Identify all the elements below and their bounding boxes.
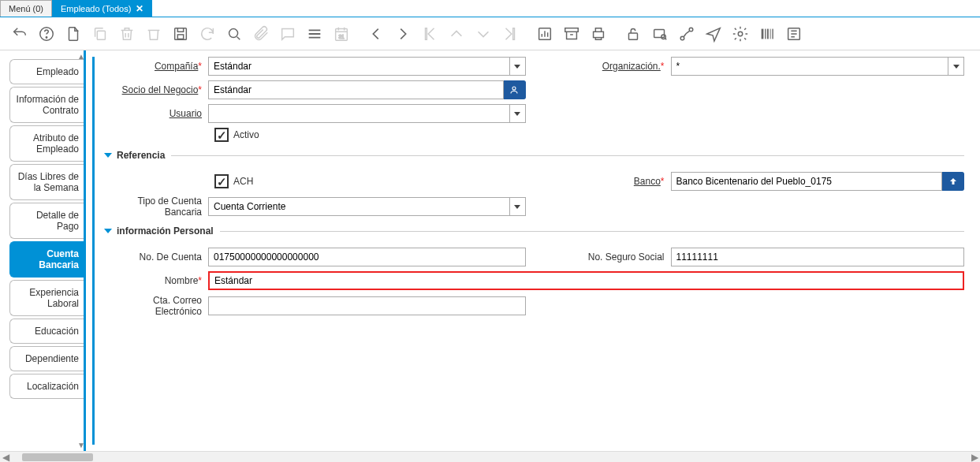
nocuenta-input[interactable] [208, 248, 526, 266]
up-button [443, 20, 470, 47]
svg-point-14 [680, 36, 684, 40]
workflow-button[interactable] [673, 20, 700, 47]
compania-input[interactable] [208, 57, 510, 76]
section-personal-title: información Personal [117, 225, 214, 237]
sidebar-item-educacion[interactable]: Educación [9, 319, 84, 344]
organizacion-label: Organización. [602, 61, 661, 72]
sidebar-item-dias-libres[interactable]: Días Libres de la Semana [9, 164, 84, 200]
print-button[interactable] [585, 20, 612, 47]
socio-input[interactable] [208, 80, 504, 99]
lock-button[interactable] [620, 20, 647, 47]
tab-empleado[interactable]: Empleado (Todos) ✕ [52, 0, 152, 17]
sidebar-item-experiencia[interactable]: Experiencia Laboral [9, 280, 84, 316]
sidebar-item-localizacion[interactable]: Localización [9, 374, 84, 399]
activo-checkbox[interactable] [214, 128, 229, 142]
attach-button [248, 20, 274, 47]
tab-menu[interactable]: Menú (0) [0, 0, 52, 17]
scroll-thumb[interactable] [22, 453, 93, 461]
zoom-button[interactable] [647, 20, 673, 47]
close-icon[interactable]: ✕ [136, 3, 143, 14]
sidebar-item-atributo-empleado[interactable]: Atributo de Empleado [9, 125, 84, 162]
sidebar-item-detalle-pago[interactable]: Detalle de Pago [9, 203, 84, 239]
bottom-scrollbar[interactable]: ◀ ▶ [0, 451, 980, 462]
banco-label: Banco [634, 176, 661, 187]
svg-point-23 [512, 87, 516, 90]
delete-button [114, 20, 140, 47]
section-referencia-title: Referencia [117, 150, 165, 161]
nombre-input[interactable] [208, 271, 964, 290]
banco-lookup-button[interactable] [942, 172, 964, 191]
next-button[interactable] [389, 20, 416, 47]
tipo-label: Tipo de Cuenta Bancaria [137, 196, 202, 218]
organizacion-dropdown-button[interactable] [948, 57, 964, 76]
sidebar-item-info-contrato[interactable]: Información de Contrato [9, 87, 84, 123]
tipo-dropdown-button[interactable] [510, 197, 526, 216]
chat-button [274, 20, 301, 47]
arrow-icon [948, 177, 958, 186]
scroll-left-icon[interactable]: ◀ [0, 452, 11, 463]
svg-rect-19 [767, 28, 769, 39]
ach-label: ACH [233, 176, 253, 187]
socio-lookup-button[interactable] [504, 80, 526, 99]
nocuenta-label: No. De Cuenta [140, 251, 202, 263]
compania-label: Compañía [155, 61, 198, 72]
sidebar-item-empleado[interactable]: Empleado [9, 59, 84, 84]
correo-input[interactable] [208, 296, 526, 315]
svg-rect-10 [594, 32, 604, 37]
save-button[interactable] [167, 20, 194, 47]
calendar-button: 31 [328, 20, 355, 47]
svg-rect-9 [565, 28, 579, 32]
scroll-right-icon[interactable]: ▶ [969, 452, 980, 463]
svg-rect-18 [765, 28, 766, 39]
correo-label: Cta. Correo Electrónico [153, 295, 202, 317]
prev-button[interactable] [363, 20, 389, 47]
svg-point-1 [46, 36, 47, 37]
undo-button[interactable] [6, 20, 33, 47]
list-button[interactable] [301, 20, 328, 47]
usuario-input[interactable] [208, 104, 510, 123]
svg-rect-21 [772, 28, 773, 39]
socio-label: Socio del Negocio [122, 84, 199, 95]
svg-rect-3 [175, 28, 187, 39]
chevron-down-icon [514, 65, 520, 69]
chevron-down-icon [953, 65, 960, 69]
tab-empleado-label: Empleado (Todos) [61, 4, 131, 13]
svg-rect-17 [762, 28, 764, 39]
help-button[interactable] [33, 20, 60, 47]
banco-input[interactable] [671, 172, 943, 191]
info-button[interactable] [781, 20, 807, 47]
new-button[interactable] [60, 20, 87, 47]
search-button[interactable] [221, 20, 248, 47]
tipo-input[interactable] [208, 197, 510, 216]
sidebar-item-dependiente[interactable]: Dependiente [9, 346, 84, 371]
seguro-label: No. Seguro Social [588, 251, 665, 263]
scan-button[interactable] [754, 20, 781, 47]
last-button [497, 20, 524, 47]
organizacion-input[interactable] [671, 57, 949, 76]
sidebar-scroll-down-icon[interactable]: ▼ [77, 441, 84, 449]
svg-text:31: 31 [338, 33, 345, 39]
nombre-label: Nombre [165, 275, 199, 286]
svg-point-15 [689, 28, 693, 32]
sidebar-item-cuenta-bancaria[interactable]: Cuenta Bancaria [9, 241, 84, 278]
sidebar-scroll-up-icon[interactable]: ▲ [77, 52, 84, 61]
seguro-input[interactable] [671, 248, 965, 266]
section-personal-header[interactable]: información Personal [106, 225, 964, 237]
tab-bar: Menú (0) Empleado (Todos) ✕ [0, 0, 980, 17]
send-button[interactable] [700, 20, 727, 47]
sidebar: Empleado Información de Contrato Atribut… [0, 50, 84, 451]
archive-button[interactable] [558, 20, 585, 47]
svg-rect-2 [97, 31, 105, 39]
tab-menu-label: Menú (0) [9, 4, 43, 13]
usuario-label: Usuario [170, 108, 202, 119]
activo-label: Activo [233, 129, 259, 140]
ach-checkbox[interactable] [214, 174, 229, 188]
chevron-down-icon [514, 112, 520, 116]
compania-dropdown-button[interactable] [510, 57, 526, 76]
copy-button [87, 20, 114, 47]
usuario-dropdown-button[interactable] [510, 104, 526, 123]
section-referencia-header[interactable]: Referencia [106, 150, 964, 161]
svg-rect-4 [177, 34, 183, 38]
settings-button[interactable] [727, 20, 754, 47]
report-button[interactable] [531, 20, 558, 47]
